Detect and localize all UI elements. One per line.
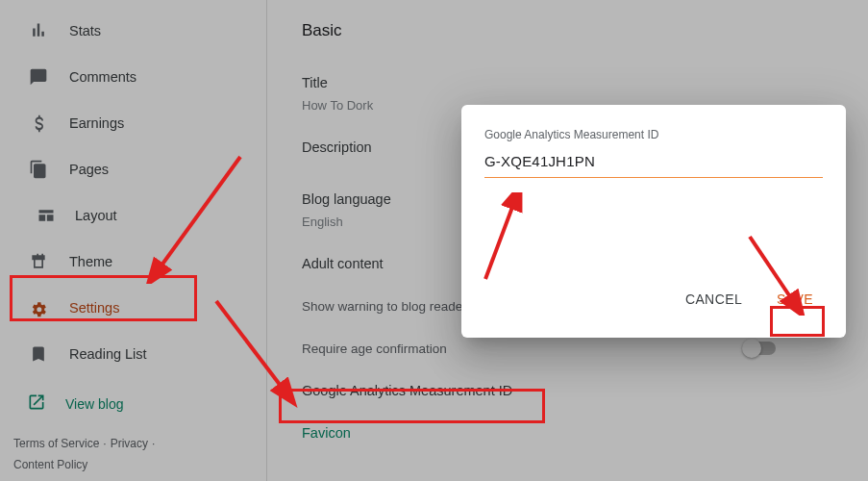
sidebar-item-theme[interactable]: Theme (0, 239, 266, 285)
save-button[interactable]: SAVE (767, 284, 823, 315)
sidebar: Stats Comments Earnings Pages Layout The… (0, 0, 267, 481)
ga-measurement-id-input[interactable] (484, 149, 823, 178)
sidebar-item-earnings[interactable]: Earnings (0, 100, 266, 146)
footer-links: Terms of Service·Privacy· Content Policy (0, 430, 266, 481)
dialog-field-label: Google Analytics Measurement ID (484, 128, 823, 141)
terms-link[interactable]: Terms of Service (13, 437, 99, 450)
age-confirm-toggle[interactable] (745, 342, 776, 355)
ga-measurement-id-dialog: Google Analytics Measurement ID CANCEL S… (461, 105, 846, 338)
age-confirm-label: Require age confirmation (302, 342, 447, 356)
sidebar-item-settings[interactable]: Settings (0, 285, 266, 331)
sidebar-item-label: Reading List (69, 346, 147, 362)
title-label: Title (302, 75, 328, 90)
bookmark-icon (27, 342, 50, 366)
ga-measurement-id-label: Google Analytics Measurement ID (302, 383, 512, 398)
dialog-actions: CANCEL SAVE (484, 284, 823, 315)
sidebar-item-stats[interactable]: Stats (0, 8, 266, 54)
layout-icon (35, 204, 58, 227)
sidebar-item-layout[interactable]: Layout (0, 192, 266, 239)
stats-icon (27, 19, 50, 42)
view-blog-link[interactable]: View blog (0, 377, 266, 430)
nav-list: Stats Comments Earnings Pages Layout The… (0, 0, 266, 377)
adult-content-label: Adult content (302, 256, 384, 271)
sidebar-item-reading-list[interactable]: Reading List (0, 331, 266, 377)
description-label: Description (302, 139, 372, 155)
content-policy-link[interactable]: Content Policy (13, 458, 87, 471)
earnings-icon (27, 112, 50, 135)
sidebar-item-label: Comments (69, 69, 136, 85)
open-in-new-icon (27, 392, 46, 415)
sidebar-item-pages[interactable]: Pages (0, 146, 266, 192)
sidebar-item-label: Layout (75, 208, 117, 223)
sidebar-item-label: Theme (69, 254, 112, 269)
section-heading: Basic (302, 21, 833, 40)
privacy-link[interactable]: Privacy (111, 437, 148, 450)
favicon-row[interactable]: Favicon (302, 412, 833, 454)
sidebar-item-label: Earnings (69, 115, 124, 131)
cancel-button[interactable]: CANCEL (676, 284, 752, 315)
pages-icon (27, 158, 50, 181)
sidebar-item-label: Stats (69, 23, 101, 38)
language-label: Blog language (302, 191, 391, 207)
comments-icon (27, 65, 50, 89)
gear-icon (27, 296, 50, 319)
theme-icon (27, 250, 50, 273)
sidebar-item-label: Settings (69, 300, 119, 316)
warning-label: Show warning to blog readers (302, 299, 474, 314)
ga-measurement-id-row[interactable]: Google Analytics Measurement ID (302, 369, 833, 412)
view-blog-label: View blog (65, 396, 123, 412)
sidebar-item-label: Pages (69, 162, 109, 177)
sidebar-item-comments[interactable]: Comments (0, 54, 266, 100)
favicon-label: Favicon (302, 425, 351, 441)
